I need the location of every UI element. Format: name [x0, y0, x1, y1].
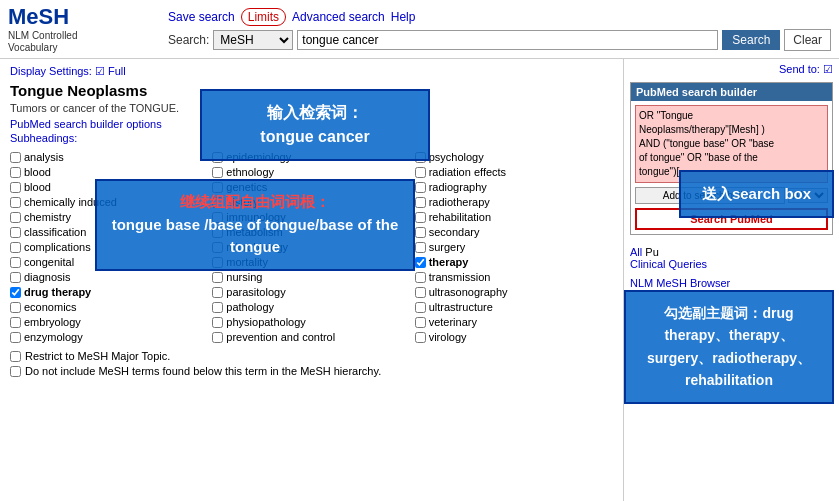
limits-btn[interactable]: Limits: [241, 8, 286, 26]
nlm-browser-link[interactable]: NLM MeSH Browser: [630, 277, 833, 289]
header: MeSH NLM Controlled Vocabulary Save sear…: [0, 0, 839, 59]
send-to[interactable]: Send to: ☑: [630, 63, 833, 76]
subheading-checkbox-embryology[interactable]: [10, 317, 21, 328]
subheading-item: history: [212, 195, 410, 209]
subheading-item: ethnology: [212, 165, 410, 179]
subheading-label-pathology: pathology: [226, 301, 274, 313]
all-link[interactable]: All: [630, 246, 642, 258]
subheading-checkbox-class[interactable]: [10, 227, 21, 238]
subheading-item: drug therapy: [10, 285, 208, 299]
subheading-item: microbiology: [212, 240, 410, 254]
subheading-checkbox-diagnosis[interactable]: [10, 272, 21, 283]
subheading-checkbox-ultrastructure[interactable]: [415, 302, 426, 313]
pubmed-builder-box: PubMed search builder OR "Tongue Neoplas…: [630, 82, 833, 235]
subheading-checkbox-microbiology[interactable]: [212, 242, 223, 253]
subheading-item: radiotherapy: [415, 195, 613, 209]
subheading-checkbox-nursing[interactable]: [212, 272, 223, 283]
pubmed-text-area[interactable]: OR "Tongue Neoplasms/therapy"[Mesh] ) AN…: [635, 105, 828, 183]
left-panel: Display Settings: ☑ Full Tongue Neoplasm…: [0, 59, 624, 501]
subheading-item: chemistry: [10, 210, 208, 224]
subheading-checkbox-congenital[interactable]: [10, 257, 21, 268]
subheading-item: pathology: [212, 300, 410, 314]
subheading-checkbox-radiation_effects[interactable]: [415, 167, 426, 178]
subheading-label-comp: complications: [24, 241, 91, 253]
subheading-label-analysis: analysis: [24, 151, 64, 163]
subheading-checkbox-chem[interactable]: [10, 212, 21, 223]
save-search-link[interactable]: Save search: [168, 10, 235, 24]
search-pubmed-button[interactable]: Search PubMed: [635, 208, 828, 230]
page-title: Tongue Neoplasms: [10, 82, 613, 99]
do-not-include-checkbox[interactable]: [10, 366, 21, 377]
subheading-item: veterinary: [415, 315, 613, 329]
subheading-checkbox-surgery[interactable]: [415, 242, 426, 253]
subheading-label-prevention_control: prevention and control: [226, 331, 335, 343]
search-input[interactable]: [297, 30, 718, 50]
subheading-checkbox-genetics[interactable]: [212, 182, 223, 193]
subheading-checkbox-immunology[interactable]: [212, 212, 223, 223]
and-select[interactable]: AND: [788, 188, 828, 203]
subheading-label-mortality: mortality: [226, 256, 268, 268]
subheading-checkbox-virology[interactable]: [415, 332, 426, 343]
subheading-item: virology: [415, 330, 613, 344]
clinical-queries-link[interactable]: Clinical Queries: [630, 258, 707, 270]
subheading-checkbox-therapy[interactable]: [415, 257, 426, 268]
subheading-checkbox-parasitology[interactable]: [212, 287, 223, 298]
add-to-builder-button[interactable]: Add to search builder: [635, 187, 785, 204]
restrict-checkbox[interactable]: [10, 351, 21, 362]
display-settings[interactable]: Display Settings: ☑ Full: [10, 65, 613, 78]
subheading-checkbox-chemically_induced[interactable]: [10, 197, 21, 208]
subheading-checkbox-ethnology[interactable]: [212, 167, 223, 178]
subheading-checkbox-epidemiology[interactable]: [212, 152, 223, 163]
restrict-label: Restrict to MeSH Major Topic.: [25, 350, 170, 362]
subheading-checkbox-economics[interactable]: [10, 302, 21, 313]
subheading-item: complications: [10, 240, 208, 254]
display-settings-link[interactable]: Display Settings: ☑ Full: [10, 65, 126, 77]
subheading-label-psychology: psychology: [429, 151, 484, 163]
subheading-item: genetics: [212, 180, 410, 194]
subheading-label-class: classification: [24, 226, 86, 238]
subheading-checkbox-radiography[interactable]: [415, 182, 426, 193]
subheading-label-chemically_induced: chemically induced: [24, 196, 117, 208]
search-dropdown[interactable]: MeSH: [213, 30, 293, 50]
subheading-checkbox-physiopathology[interactable]: [212, 317, 223, 328]
subheading-label-congenital: congenital: [24, 256, 74, 268]
subheading-checkbox-metabolism[interactable]: [212, 227, 223, 238]
subheading-label-epidemiology: epidemiology: [226, 151, 291, 163]
subheading-checkbox-blood2[interactable]: [10, 182, 21, 193]
subheading-item: secondary: [415, 225, 613, 239]
clear-button[interactable]: Clear: [784, 29, 831, 51]
subheading-checkbox-secondary[interactable]: [415, 227, 426, 238]
subheading-label-enzymology: enzymology: [24, 331, 83, 343]
subheading-checkbox-pathology[interactable]: [212, 302, 223, 313]
subheading-checkbox-veterinary[interactable]: [415, 317, 426, 328]
subheading-checkbox-comp[interactable]: [10, 242, 21, 253]
pubmed-builder-title: PubMed search builder: [631, 83, 832, 101]
subheading-checkbox-rehabilitation[interactable]: [415, 212, 426, 223]
subheading-checkbox-analysis[interactable]: [10, 152, 21, 163]
subheading-item: psychology: [415, 150, 613, 164]
subheading-item: enzymology: [10, 330, 208, 344]
subheading-label-chem: chemistry: [24, 211, 71, 223]
pubmed-options-link[interactable]: PubMed search builder options: [10, 118, 613, 130]
subheading-checkbox-ultrasonography[interactable]: [415, 287, 426, 298]
search-button[interactable]: Search: [722, 30, 780, 50]
top-nav: Save search Limits Advanced search Help: [168, 8, 831, 26]
search-area: Save search Limits Advanced search Help …: [168, 8, 831, 51]
advanced-search-link[interactable]: Advanced search: [292, 10, 385, 24]
subheading-checkbox-prevention_control[interactable]: [212, 332, 223, 343]
subheading-checkbox-transmission[interactable]: [415, 272, 426, 283]
subheading-checkbox-radiotherapy[interactable]: [415, 197, 426, 208]
subheading-checkbox-psychology[interactable]: [415, 152, 426, 163]
subheading-label-genetics: genetics: [226, 181, 267, 193]
subheading-checkbox-mortality[interactable]: [212, 257, 223, 268]
subheading-label-parasitology: parasitology: [226, 286, 285, 298]
subheading-item: chemically induced: [10, 195, 208, 209]
subheading-checkbox-enzymology[interactable]: [10, 332, 21, 343]
subheading-item: economics: [10, 300, 208, 314]
subheading-checkbox-drug_therapy[interactable]: [10, 287, 21, 298]
subheading-checkbox-history[interactable]: [212, 197, 223, 208]
subheading-checkbox-blood[interactable]: [10, 167, 21, 178]
subheading-label-drug_therapy: drug therapy: [24, 286, 91, 298]
help-link[interactable]: Help: [391, 10, 416, 24]
subheading-label-microbiology: microbiology: [226, 241, 288, 253]
